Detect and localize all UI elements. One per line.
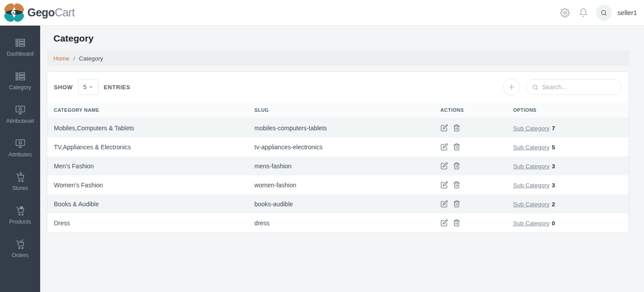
top-header: GegoCart seller1 [0,0,644,26]
table-row: Men's Fashion mens-fashion Sub Category3 [47,156,629,175]
breadcrumb: Home / Category [47,51,629,66]
sub-category-link[interactable]: Sub Category [513,125,550,132]
table-row: Mobiles,Computers & Tablets mobiles-comp… [47,118,629,138]
sidebar-item-stores[interactable]: Stores [0,171,40,191]
table-row: Women's Fashion women-fashion Sub Catego… [47,175,629,194]
sub-category-count: 0 [552,220,555,227]
column-actions: ACTIONS [434,102,507,118]
edit-icon[interactable] [441,162,448,170]
sidebar-item-label: Orders [11,252,28,258]
sub-category-count: 2 [552,201,555,208]
table-header-row: CATEGORY NAME SLUG ACTIONS OPTIONS [47,102,629,118]
sub-category-link[interactable]: Sub Category [513,201,550,208]
table-row: Dress dress Sub Category0 [47,213,629,232]
category-name-cell: Men's Fashion [47,156,248,175]
sub-category-count: 3 [552,182,555,189]
entries-label: ENTRIES [104,84,131,91]
breadcrumb-current: Category [79,55,103,62]
sidebar-item-dashboard[interactable]: Dashboard [0,37,40,57]
sidebar-item-products[interactable]: Products [0,205,40,225]
chevron-down-icon [89,85,93,89]
page-size-value: 5 [83,83,87,91]
table-row: TV,Appliances & Electronics tv-appliance… [47,137,629,156]
monitor-icon [15,104,26,116]
column-slug: SLUG [248,102,433,118]
slug-cell: women-fashion [248,175,433,194]
trash-icon[interactable] [453,219,460,227]
plus-icon [508,83,516,91]
main-content: Category Home / Category SHOW 5 ENTRIES [40,26,644,292]
slug-cell: mens-fashion [248,156,433,175]
cart-download-icon [15,171,26,183]
sidebar-item-label: Dashboard [7,51,34,57]
sub-category-link[interactable]: Sub Category [513,144,550,151]
cart-full-icon [15,205,26,216]
category-name-cell: Women's Fashion [47,175,248,194]
column-category-name: CATEGORY NAME [47,102,248,118]
sidebar-item-category[interactable]: Category [0,71,40,91]
slug-cell: dress [248,213,433,232]
trash-icon[interactable] [453,200,460,208]
slug-cell: books-audible [248,194,433,213]
sidebar-item-label: Stores [12,185,28,191]
category-name-cell: Mobiles,Computers & Tablets [47,118,248,138]
search-icon[interactable] [596,5,612,21]
edit-icon[interactable] [441,124,448,132]
add-category-button[interactable] [503,79,520,95]
table-toolbar: SHOW 5 ENTRIES [47,72,629,102]
sidebar-nav: Dashboard Category Attributeset [0,26,40,292]
show-label: SHOW [54,84,73,91]
gegocart-logo-icon [4,3,25,23]
table-row: Books & Audible books-audible Sub Catego… [47,194,629,213]
trash-icon[interactable] [453,162,460,170]
cart-check-icon [15,239,26,250]
bell-icon[interactable] [579,8,588,17]
list-icon [15,37,26,49]
category-name-cell: TV,Appliances & Electronics [47,137,248,156]
edit-icon[interactable] [441,200,448,208]
brand-logo[interactable]: GegoCart [4,3,75,23]
sidebar-item-attributeset[interactable]: Attributeset [0,104,40,124]
trash-icon[interactable] [453,143,460,151]
slug-cell: tv-appliances-electronics [248,137,433,156]
category-table-card: SHOW 5 ENTRIES [47,72,629,233]
breadcrumb-home-link[interactable]: Home [53,55,69,62]
sidebar-item-label: Attributes [8,152,32,158]
sub-category-link[interactable]: Sub Category [513,220,550,227]
edit-icon[interactable] [441,219,448,227]
edit-icon[interactable] [441,181,448,189]
sub-category-link[interactable]: Sub Category [513,182,550,189]
monitor-icon [15,138,26,149]
search-input[interactable] [542,83,616,91]
sub-category-count: 5 [552,144,555,151]
sidebar-item-label: Products [9,219,31,225]
sub-category-link[interactable]: Sub Category [513,163,550,170]
brand-name: GegoCart [27,6,75,19]
slug-cell: mobiles-computers-tablets [248,118,433,138]
column-options: OPTIONS [506,102,629,118]
sub-category-count: 7 [552,125,555,132]
trash-icon[interactable] [453,181,460,189]
category-name-cell: Books & Audible [47,194,248,213]
edit-icon[interactable] [441,143,448,151]
trash-icon[interactable] [453,124,460,132]
sub-category-count: 3 [552,163,555,170]
page-size-select[interactable]: 5 [78,79,98,95]
search-icon [532,84,539,91]
category-name-cell: Dress [47,213,248,232]
user-menu[interactable]: seller1 [618,9,637,16]
sidebar-item-orders[interactable]: Orders [0,239,40,258]
search-box [526,79,622,95]
page-title: Category [53,33,629,44]
sidebar-item-label: Category [9,84,31,91]
sidebar-item-attributes[interactable]: Attributes [0,138,40,158]
breadcrumb-separator: / [73,55,75,62]
list-icon [15,71,26,82]
gear-icon[interactable] [560,8,570,18]
sidebar-item-label: Attributeset [6,118,34,124]
category-table: CATEGORY NAME SLUG ACTIONS OPTIONS Mobil… [47,102,629,232]
